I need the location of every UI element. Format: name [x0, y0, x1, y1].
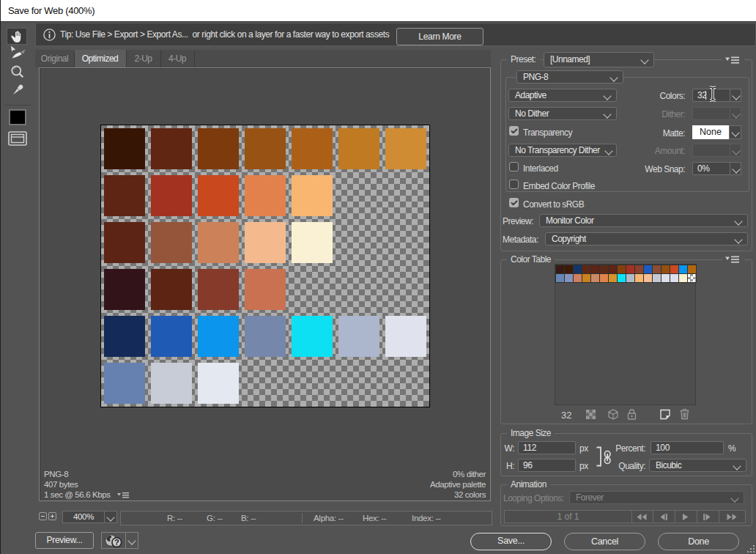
- svg-text:?: ?: [114, 538, 119, 547]
